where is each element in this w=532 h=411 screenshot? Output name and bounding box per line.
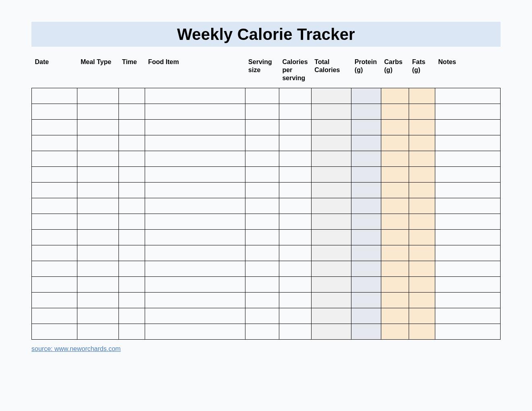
cell[interactable] [311, 245, 351, 261]
cell[interactable] [145, 120, 245, 135]
cell[interactable] [435, 308, 500, 324]
cell[interactable] [32, 167, 77, 183]
cell[interactable] [381, 151, 409, 167]
cell[interactable] [279, 214, 311, 230]
cell[interactable] [381, 277, 409, 293]
cell[interactable] [119, 261, 145, 277]
cell[interactable] [351, 293, 381, 308]
cell[interactable] [351, 104, 381, 120]
cell[interactable] [381, 198, 409, 214]
cell[interactable] [435, 277, 500, 293]
cell[interactable] [409, 261, 435, 277]
cell[interactable] [351, 135, 381, 151]
cell[interactable] [409, 167, 435, 183]
cell[interactable] [119, 198, 145, 214]
cell[interactable] [32, 88, 77, 104]
cell[interactable] [32, 104, 77, 120]
cell[interactable] [351, 230, 381, 245]
cell[interactable] [435, 120, 500, 135]
cell[interactable] [119, 120, 145, 135]
cell[interactable] [351, 183, 381, 198]
cell[interactable] [119, 308, 145, 324]
cell[interactable] [311, 261, 351, 277]
cell[interactable] [245, 183, 279, 198]
cell[interactable] [435, 198, 500, 214]
cell[interactable] [381, 88, 409, 104]
cell[interactable] [279, 245, 311, 261]
cell[interactable] [145, 198, 245, 214]
cell[interactable] [245, 120, 279, 135]
cell[interactable] [245, 167, 279, 183]
cell[interactable] [119, 245, 145, 261]
cell[interactable] [119, 230, 145, 245]
cell[interactable] [381, 293, 409, 308]
cell[interactable] [245, 293, 279, 308]
cell[interactable] [32, 198, 77, 214]
cell[interactable] [381, 183, 409, 198]
cell[interactable] [32, 183, 77, 198]
cell[interactable] [245, 88, 279, 104]
cell[interactable] [145, 293, 245, 308]
cell[interactable] [119, 88, 145, 104]
cell[interactable] [119, 151, 145, 167]
cell[interactable] [77, 308, 119, 324]
cell[interactable] [145, 308, 245, 324]
cell[interactable] [381, 324, 409, 340]
cell[interactable] [145, 88, 245, 104]
cell[interactable] [145, 151, 245, 167]
cell[interactable] [409, 88, 435, 104]
cell[interactable] [245, 214, 279, 230]
cell[interactable] [351, 120, 381, 135]
cell[interactable] [279, 88, 311, 104]
cell[interactable] [435, 104, 500, 120]
cell[interactable] [311, 198, 351, 214]
cell[interactable] [77, 324, 119, 340]
cell[interactable] [119, 324, 145, 340]
cell[interactable] [77, 245, 119, 261]
cell[interactable] [145, 214, 245, 230]
cell[interactable] [245, 245, 279, 261]
cell[interactable] [145, 167, 245, 183]
cell[interactable] [145, 183, 245, 198]
cell[interactable] [311, 230, 351, 245]
cell[interactable] [435, 214, 500, 230]
cell[interactable] [245, 104, 279, 120]
cell[interactable] [435, 324, 500, 340]
cell[interactable] [119, 293, 145, 308]
cell[interactable] [32, 230, 77, 245]
cell[interactable] [119, 214, 145, 230]
cell[interactable] [435, 135, 500, 151]
cell[interactable] [351, 214, 381, 230]
cell[interactable] [245, 277, 279, 293]
cell[interactable] [409, 293, 435, 308]
cell[interactable] [245, 324, 279, 340]
cell[interactable] [381, 245, 409, 261]
cell[interactable] [119, 183, 145, 198]
cell[interactable] [351, 167, 381, 183]
cell[interactable] [409, 324, 435, 340]
cell[interactable] [245, 151, 279, 167]
cell[interactable] [77, 230, 119, 245]
cell[interactable] [279, 198, 311, 214]
cell[interactable] [32, 277, 77, 293]
cell[interactable] [145, 277, 245, 293]
cell[interactable] [351, 261, 381, 277]
cell[interactable] [409, 214, 435, 230]
cell[interactable] [311, 104, 351, 120]
cell[interactable] [381, 104, 409, 120]
cell[interactable] [279, 135, 311, 151]
cell[interactable] [435, 245, 500, 261]
cell[interactable] [351, 277, 381, 293]
cell[interactable] [409, 245, 435, 261]
cell[interactable] [77, 135, 119, 151]
cell[interactable] [77, 214, 119, 230]
cell[interactable] [245, 261, 279, 277]
cell[interactable] [311, 293, 351, 308]
cell[interactable] [77, 183, 119, 198]
cell[interactable] [32, 120, 77, 135]
cell[interactable] [279, 277, 311, 293]
cell[interactable] [435, 230, 500, 245]
cell[interactable] [77, 88, 119, 104]
cell[interactable] [351, 151, 381, 167]
cell[interactable] [145, 261, 245, 277]
